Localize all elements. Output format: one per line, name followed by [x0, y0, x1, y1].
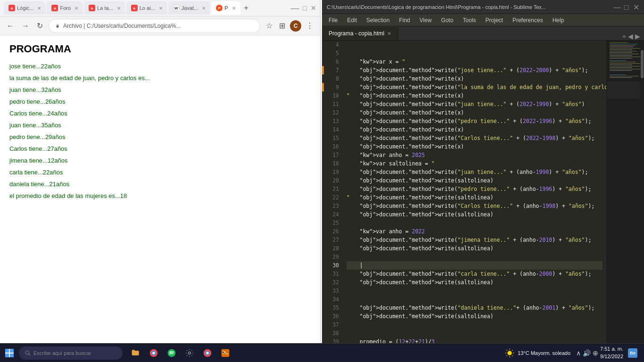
sublime-minimize[interactable]: — — [613, 4, 619, 10]
line-num-36: 36 — [325, 312, 343, 321]
sublime-icon — [221, 348, 230, 358]
tab-right-controls: + ◀ ▶ — [622, 33, 644, 40]
tab-bar: a Lógic... ✕ a Foro ✕ a La ta... ✕ a Lo … — [4, 0, 251, 16]
line-num-14: 14 — [325, 125, 343, 134]
svg-point-35 — [206, 352, 209, 354]
tab-favicon-5: W — [173, 5, 180, 11]
output-line-8: jimena tiene...12años — [9, 157, 311, 164]
svg-rect-36 — [222, 349, 230, 357]
menu-selection[interactable]: Selection — [362, 16, 394, 25]
notification-center[interactable]: Bo — [625, 346, 640, 361]
menu-goto[interactable]: Goto — [437, 16, 458, 25]
tab-label-2: Foro — [60, 5, 71, 11]
maximize-button[interactable]: □ — [303, 4, 307, 12]
sublime-tab-programa[interactable]: Programa - copia.html ✕ — [322, 27, 398, 40]
code-area[interactable]: "kw">var x = "" "obj">document."method">… — [343, 41, 606, 350]
code-line-15: "obj">document."method">write("Carlos ti… — [347, 134, 603, 142]
taskbar-settings-icon[interactable] — [181, 345, 198, 362]
svg-rect-8 — [610, 51, 637, 51]
line-num-10: 10 — [325, 91, 343, 100]
menu-project[interactable]: Project — [481, 16, 508, 25]
tab-lata[interactable]: a La ta... ✕ — [84, 1, 125, 15]
svg-rect-17 — [610, 65, 632, 65]
minimize-button[interactable]: — — [291, 3, 299, 13]
scrollbar-thumb[interactable] — [641, 50, 644, 78]
taskbar-spotify-icon[interactable] — [163, 345, 180, 362]
tab-close-4[interactable]: ✕ — [159, 6, 163, 11]
network-icon[interactable]: ⊕ — [593, 349, 598, 357]
tab-nav-right[interactable]: ▶ — [635, 33, 640, 40]
taskbar-time[interactable]: 7:51 a. m. 9/12/2022 — [600, 346, 623, 360]
svg-rect-22 — [610, 74, 626, 75]
menu-tools[interactable]: Tools — [458, 16, 481, 25]
scrollbar[interactable] — [640, 41, 644, 350]
line-num-31: 31 — [325, 270, 343, 278]
tab-label-6: P — [224, 5, 228, 11]
code-line-33 — [347, 287, 603, 295]
tab-add-button[interactable]: + — [622, 33, 626, 40]
code-line-6: "kw">var x = "" — [347, 58, 603, 66]
line-num-21: 21 — [325, 185, 343, 193]
bookmark-button[interactable]: ☆ — [264, 19, 274, 32]
sublime-maximize[interactable]: □ — [623, 4, 629, 10]
taskbar-explorer-icon[interactable] — [127, 345, 144, 362]
output-line-9: carla tiene...22años — [9, 169, 311, 176]
tab-close-5[interactable]: ✕ — [202, 6, 206, 11]
menu-file[interactable]: File — [324, 16, 342, 25]
taskbar-chrome-icon[interactable] — [145, 345, 162, 362]
code-line-23: "obj">document."method">write("Carlos ti… — [347, 202, 603, 210]
tab-close-3[interactable]: ✕ — [117, 6, 121, 11]
extensions-button[interactable]: ⊞ — [277, 19, 287, 32]
code-line-19: "obj">document."method">write("juan tien… — [347, 168, 603, 176]
sublime-close[interactable]: ✕ — [633, 4, 639, 10]
code-line-22: "obj">document."method">write(saltolinea… — [347, 193, 603, 202]
new-tab-button[interactable]: + — [241, 4, 251, 12]
volume-icon[interactable]: 🔊 — [583, 349, 591, 357]
tab-close-1[interactable]: ✕ — [37, 6, 41, 11]
taskbar-search[interactable]: Escribe aquí para buscar — [19, 346, 123, 360]
sublime-editor[interactable]: 4567891011121314151617181920212223242526… — [322, 41, 644, 350]
start-button[interactable] — [0, 344, 19, 362]
sublime-tab-close[interactable]: ✕ — [387, 31, 391, 37]
tab-java[interactable]: W Javat... ✕ — [168, 1, 210, 15]
gutter-mark-9 — [322, 83, 324, 91]
tab-close-6[interactable]: ✕ — [232, 6, 236, 11]
code-line-4 — [347, 41, 603, 49]
up-arrow-icon[interactable]: ∧ — [576, 349, 581, 357]
taskbar-chrome2-icon[interactable] — [199, 345, 216, 362]
menu-help[interactable]: Help — [548, 16, 569, 25]
user-avatar[interactable]: C — [290, 20, 301, 32]
close-button[interactable]: ✕ — [311, 4, 316, 12]
tab-label-1: Lógic... — [17, 5, 33, 11]
tab-logica[interactable]: a Lógic... ✕ — [4, 1, 46, 15]
weather-widget: 13°C Mayorm. soleado — [504, 348, 570, 358]
line-num-4: 4 — [325, 41, 343, 49]
tab-close-2[interactable]: ✕ — [74, 6, 78, 11]
svg-rect-1 — [57, 25, 58, 27]
line-num-37: 37 — [325, 321, 343, 329]
menu-view[interactable]: View — [415, 16, 437, 25]
svg-rect-25 — [607, 82, 644, 99]
menu-edit[interactable]: Edit — [342, 16, 362, 25]
tab-foro[interactable]: a Foro ✕ — [47, 1, 83, 15]
reload-button[interactable]: ↻ — [35, 19, 45, 32]
tab-nav-left[interactable]: ◀ — [628, 33, 633, 40]
taskbar-sublime-icon[interactable] — [217, 345, 234, 362]
line-num-26: 26 — [325, 227, 343, 236]
line-num-18: 18 — [325, 159, 343, 168]
menu-preferences[interactable]: Preferences — [508, 16, 548, 25]
menu-find[interactable]: Find — [394, 16, 414, 25]
code-line-35: "obj">document."method">write("daniela t… — [347, 304, 603, 312]
address-bar[interactable]: Archivo | C:/Users/carlu/Documents/Logic… — [49, 19, 260, 33]
svg-rect-13 — [610, 58, 632, 58]
menu-button[interactable]: ⋮ — [304, 19, 315, 32]
tab-programa[interactable]: P P ✕ — [211, 1, 240, 15]
code-line-7: "obj">document."method">write("jose tien… — [347, 66, 603, 74]
output-line-10: daniela tiene...21años — [9, 181, 311, 188]
back-button[interactable]: ← — [5, 20, 16, 32]
minimap[interactable] — [606, 41, 644, 350]
tab-favicon-2: a — [51, 5, 58, 11]
tab-loai[interactable]: a Lo ai... ✕ — [126, 1, 167, 15]
forward-button[interactable]: → — [20, 20, 31, 32]
gutter-mark-7 — [322, 66, 324, 74]
